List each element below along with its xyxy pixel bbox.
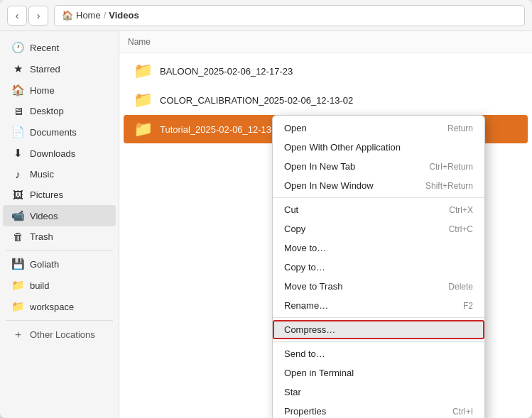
breadcrumb-current-folder: Videos (109, 10, 139, 21)
menu-item-copy[interactable]: Copy Ctrl+C (273, 219, 484, 238)
sidebar-label-other-locations: Other Locations (30, 329, 95, 340)
sidebar-item-home[interactable]: 🏠 Home (3, 79, 116, 101)
back-button[interactable]: ‹ (7, 6, 27, 26)
menu-shortcut-move-trash: Delete (448, 282, 473, 292)
sidebar-label-home: Home (30, 85, 55, 96)
documents-icon: 📄 (11, 126, 24, 138)
sidebar: 🕐 Recent ★ Starred 🏠 Home 🖥 Desktop 📄 Do… (0, 31, 119, 418)
menu-shortcut-open-window: Shift+Return (425, 181, 473, 191)
main-content: 🕐 Recent ★ Starred 🏠 Home 🖥 Desktop 📄 Do… (0, 31, 532, 418)
file-name: BALOON_2025-02-06_12-17-23 (160, 66, 293, 77)
file-row[interactable]: 📁 BALOON_2025-02-06_12-17-23 (124, 57, 528, 85)
file-area: Name 📁 BALOON_2025-02-06_12-17-23 📁 COLO… (119, 31, 532, 418)
menu-label-open-terminal: Open in Terminal (284, 368, 473, 378)
menu-item-open-tab[interactable]: Open In New Tab Ctrl+Return (273, 157, 484, 176)
home-icon: 🏠 (62, 10, 73, 21)
menu-item-open-terminal[interactable]: Open in Terminal (273, 363, 484, 383)
sidebar-item-videos[interactable]: 📹 Videos (3, 205, 116, 226)
menu-label-copy-to: Copy to… (284, 262, 473, 273)
menu-label-send-to: Send to… (284, 348, 473, 359)
breadcrumb-separator: / (104, 10, 107, 21)
sidebar-label-documents: Documents (30, 127, 77, 138)
menu-shortcut-rename: F2 (463, 301, 473, 311)
sidebar-item-trash[interactable]: 🗑 Trash (3, 226, 116, 247)
menu-item-compress[interactable]: Compress… (273, 320, 484, 339)
menu-label-cut: Cut (284, 204, 449, 215)
other-locations-icon: ＋ (11, 328, 24, 341)
menu-shortcut-copy: Ctrl+C (449, 224, 473, 234)
menu-item-properties[interactable]: Properties Ctrl+I (273, 402, 484, 418)
folder-icon: 📁 (134, 62, 153, 80)
home-sidebar-icon: 🏠 (11, 84, 24, 97)
sidebar-item-recent[interactable]: 🕐 Recent (3, 37, 116, 58)
menu-item-move-to[interactable]: Move to… (273, 238, 484, 258)
sidebar-label-music: Music (30, 169, 54, 180)
sidebar-label-downloads: Downloads (30, 148, 75, 159)
sidebar-label-pictures: Pictures (30, 189, 63, 200)
starred-icon: ★ (11, 62, 24, 75)
pictures-icon: 🖼 (11, 189, 24, 201)
menu-item-cut[interactable]: Cut Ctrl+X (273, 200, 484, 219)
sidebar-label-videos: Videos (30, 211, 58, 221)
menu-separator-2 (273, 317, 484, 318)
sidebar-item-desktop[interactable]: 🖥 Desktop (3, 101, 116, 121)
menu-item-open-with[interactable]: Open With Other Application (273, 138, 484, 157)
menu-label-copy: Copy (284, 224, 449, 234)
sidebar-label-recent: Recent (30, 43, 59, 53)
sidebar-item-downloads[interactable]: ⬇ Downloads (3, 143, 116, 164)
downloads-icon: ⬇ (11, 147, 24, 160)
sidebar-label-desktop: Desktop (30, 106, 64, 116)
menu-item-rename[interactable]: Rename… F2 (273, 296, 484, 315)
desktop-icon: 🖥 (11, 105, 24, 117)
sidebar-item-documents[interactable]: 📄 Documents (3, 121, 116, 143)
menu-label-rename: Rename… (284, 300, 463, 311)
sidebar-item-other-locations[interactable]: ＋ Other Locations (3, 324, 116, 346)
menu-item-open[interactable]: Open Return (273, 119, 484, 138)
sidebar-label-workspace: workspace (30, 302, 74, 312)
breadcrumb: 🏠 Home / Videos (54, 5, 525, 26)
menu-label-star: Star (284, 387, 473, 397)
name-column-header: Name (128, 37, 151, 47)
sidebar-item-workspace[interactable]: 📁 workspace (3, 296, 116, 317)
sidebar-item-starred[interactable]: ★ Starred (3, 58, 116, 79)
folder-icon: 📁 (134, 120, 153, 138)
sidebar-label-build: build (30, 280, 49, 291)
menu-shortcut-open: Return (447, 123, 473, 133)
menu-label-move-to: Move to… (284, 243, 473, 253)
sidebar-label-trash: Trash (30, 231, 53, 242)
sidebar-label-starred: Starred (30, 64, 60, 75)
file-name: COLOR_CALIBRATION_2025-02-06_12-13-02 (160, 95, 353, 106)
sidebar-item-goliath[interactable]: 💾 Goliath (3, 253, 116, 275)
file-list-header: Name (119, 31, 532, 53)
menu-item-open-window[interactable]: Open In New Window Shift+Return (273, 176, 484, 195)
goliath-icon: 💾 (11, 258, 24, 270)
breadcrumb-home-label[interactable]: Home (76, 10, 101, 21)
menu-shortcut-properties: Ctrl+I (452, 407, 473, 417)
nav-buttons: ‹ › (7, 6, 48, 26)
file-name: Tutorial_2025-02-06_12-13-02 (160, 124, 285, 135)
sidebar-label-goliath: Goliath (30, 259, 59, 270)
menu-item-send-to[interactable]: Send to… (273, 344, 484, 363)
menu-separator-1 (273, 197, 484, 198)
sidebar-divider (6, 250, 113, 251)
menu-label-compress: Compress… (284, 324, 473, 335)
menu-item-copy-to[interactable]: Copy to… (273, 258, 484, 277)
trash-icon: 🗑 (11, 231, 24, 243)
videos-icon: 📹 (11, 209, 24, 222)
menu-label-open-window: Open In New Window (284, 180, 425, 191)
build-icon: 📁 (11, 279, 24, 292)
menu-separator-3 (273, 341, 484, 342)
sidebar-item-music[interactable]: ♪ Music (3, 164, 116, 185)
sidebar-item-pictures[interactable]: 🖼 Pictures (3, 185, 116, 205)
recent-icon: 🕐 (11, 41, 24, 54)
file-manager-window: ‹ › 🏠 Home / Videos 🕐 Recent ★ Starred 🏠… (0, 0, 532, 418)
toolbar: ‹ › 🏠 Home / Videos (0, 0, 532, 31)
folder-icon: 📁 (134, 91, 153, 109)
sidebar-item-build[interactable]: 📁 build (3, 275, 116, 296)
menu-item-star[interactable]: Star (273, 383, 484, 402)
menu-shortcut-cut: Ctrl+X (449, 205, 473, 215)
file-row[interactable]: 📁 COLOR_CALIBRATION_2025-02-06_12-13-02 (124, 86, 528, 114)
menu-item-move-trash[interactable]: Move to Trash Delete (273, 277, 484, 296)
menu-label-open-with: Open With Other Application (284, 142, 473, 153)
forward-button[interactable]: › (28, 6, 48, 26)
